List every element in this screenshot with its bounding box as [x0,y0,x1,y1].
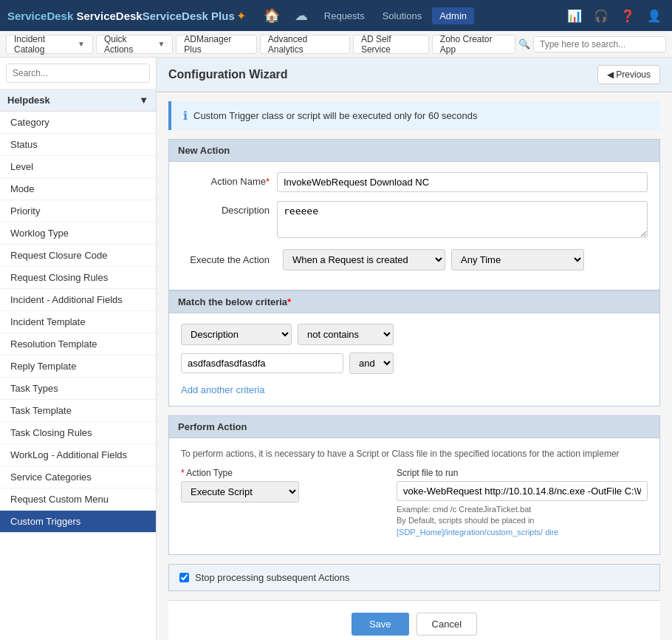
script-hint: Example: cmd /c CreateJiraTicket.bat By … [397,504,648,538]
stop-processing-checkbox[interactable] [179,573,189,582]
subnav-advanced-analytics[interactable]: Advanced Analytics [260,35,350,54]
perform-description: To perform actions, it is necessary to h… [181,449,648,459]
config-wizard-title: Configuration Wizard [168,68,288,81]
action-name-row: Action Name* [181,172,648,192]
execute-time-select[interactable]: Any Time During Business Hours Outside B… [451,249,584,270]
description-label: Description [181,201,277,216]
sidebar-item-service-categories[interactable]: Service Categories [0,466,156,488]
criteria-row: Description Subject Status Priority not … [181,324,648,345]
sidebar-item-task-template[interactable]: Task Template [0,400,156,422]
new-action-title: New Action [178,145,230,156]
new-action-header: New Action [168,139,660,161]
subnav-ad-self-service-label: AD Self Service [361,34,421,55]
save-button[interactable]: Save [352,613,409,636]
sidebar-item-category[interactable]: Category [0,112,156,134]
sidebar-item-worklog-additional[interactable]: WorkLog - Additional Fields [0,444,156,466]
criteria-value-row: and or [181,353,648,374]
subnav-incident-catalog[interactable]: Incident Catalog ▼ [6,35,93,54]
top-nav-bar: ServiceDesk ServiceDesk ServiceDesk Plus… [0,0,672,31]
script-file-col: Script file to run Example: cmd /c Creat… [397,468,648,538]
description-textarea[interactable]: reeeee [277,201,648,238]
action-name-field [277,172,648,192]
analytics-icon[interactable]: 📊 [564,6,585,26]
script-file-col-label: Script file to run [397,468,648,478]
execute-action-row: Execute the Action When a Request is cre… [181,249,648,270]
top-search-input[interactable] [533,36,666,52]
perform-action-header: Perform Action [168,415,660,438]
sub-nav-bar: Incident Catalog ▼ Quick Actions ▼ ADMan… [0,31,672,58]
brand-logo: ServiceDesk ServiceDesk ServiceDesk Plus… [7,9,246,23]
footer-buttons: Save Cancel [168,600,660,640]
sidebar-item-resolution-template[interactable]: Resolution Template [0,333,156,355]
perform-cols: * Action Type Execute Script Execute Cla… [181,468,648,538]
action-type-col-label: * Action Type [181,468,388,478]
sidebar-item-incident-template[interactable]: Incident Template [0,311,156,333]
info-icon: ℹ [183,109,188,123]
sidebar-search-input[interactable] [6,64,150,83]
description-field: reeeee [277,201,648,240]
previous-button[interactable]: ◀ Previous [597,65,660,84]
criteria-section-body: Description Subject Status Priority not … [168,313,660,406]
action-name-input[interactable] [277,172,648,192]
sidebar-item-priority[interactable]: Priority [0,200,156,222]
cloud-icon[interactable]: ☁ [289,4,314,27]
criteria-section-header: Match the below criteria* [168,290,660,313]
info-banner-text: Custom Trigger class or script will be e… [193,110,477,121]
sidebar-section-label: Helpdesk [7,95,50,106]
sidebar-item-custom-triggers[interactable]: Custom Triggers [0,511,156,533]
sidebar-item-task-types[interactable]: Task Types [0,378,156,400]
config-wizard-header: Configuration Wizard ◀ Previous [157,58,672,92]
criteria-value-input[interactable] [181,353,343,373]
action-type-select[interactable]: Execute Script Execute Class [181,481,299,503]
action-name-label: Action Name* [181,172,277,187]
sidebar-item-mode[interactable]: Mode [0,178,156,200]
subnav-admanager-label: ADManager Plus [184,34,248,55]
sidebar-section-helpdesk[interactable]: Helpdesk ▼ [0,89,156,112]
sidebar-item-request-closing-rules[interactable]: Request Closing Rules [0,267,156,289]
sidebar-item-request-custom-menu[interactable]: Request Custom Menu [0,488,156,511]
stop-processing-section: Stop processing subsequent Actions [168,564,660,591]
nav-admin[interactable]: Admin [432,7,474,24]
sidebar-item-incident-additional[interactable]: Incident - Additional Fields [0,289,156,311]
sidebar-item-status[interactable]: Status [0,134,156,156]
content-area: Configuration Wizard ◀ Previous ℹ Custom… [157,58,672,640]
sidebar-search-area [0,58,156,89]
subnav-zoho-creator[interactable]: Zoho Creator App [432,35,515,54]
perform-action-body: To perform actions, it is necessary to h… [168,438,660,555]
chevron-down-icon: ▼ [157,40,165,48]
headset-icon[interactable]: 🎧 [591,6,611,26]
top-nav-right: 📊 🎧 ❓ 👤 [564,6,665,26]
nav-requests[interactable]: Requests [317,7,372,24]
criteria-field-select[interactable]: Description Subject Status Priority [181,324,292,345]
sidebar-item-worklog-type[interactable]: Worklog Type [0,222,156,245]
subnav-incident-catalog-label: Incident Catalog [14,34,75,55]
user-icon[interactable]: 👤 [644,6,665,26]
sidebar-item-request-closure-code[interactable]: Request Closure Code [0,245,156,267]
cancel-button[interactable]: Cancel [416,613,477,636]
criteria-and-select[interactable]: and or [349,353,394,374]
sidebar-item-task-closing-rules[interactable]: Task Closing Rules [0,422,156,444]
chevron-down-icon: ▼ [78,40,85,48]
perform-action-title: Perform Action [178,421,247,432]
execute-action-select[interactable]: When a Request is created When a Request… [283,249,445,270]
subnav-quick-actions-label: Quick Actions [104,34,156,55]
nav-solutions[interactable]: Solutions [375,7,429,24]
home-icon[interactable]: 🏠 [258,4,286,27]
chevron-down-icon: ▼ [139,95,148,106]
subnav-zoho-creator-label: Zoho Creator App [440,34,507,55]
criteria-operator-select[interactable]: not contains contains is is not [298,324,394,345]
subnav-admanager[interactable]: ADManager Plus [176,35,256,54]
top-search-area: 🔍 [518,36,666,52]
subnav-ad-self-service[interactable]: AD Self Service [353,35,429,54]
sidebar-item-level[interactable]: Level [0,156,156,178]
brand-name: ServiceDesk ServiceDesk [7,10,143,22]
new-action-body: Action Name* Description reeeee Execute … [168,161,660,290]
subnav-quick-actions[interactable]: Quick Actions ▼ [96,35,173,54]
form-container: New Action Action Name* Description r [168,139,660,640]
brand-plus-icon: ✦ [236,9,246,23]
script-file-input[interactable] [397,481,648,501]
add-criteria-link[interactable]: Add another criteria [181,384,264,395]
search-icon: 🔍 [518,38,530,50]
sidebar-item-reply-template[interactable]: Reply Template [0,355,156,378]
help-icon[interactable]: ❓ [617,6,638,26]
